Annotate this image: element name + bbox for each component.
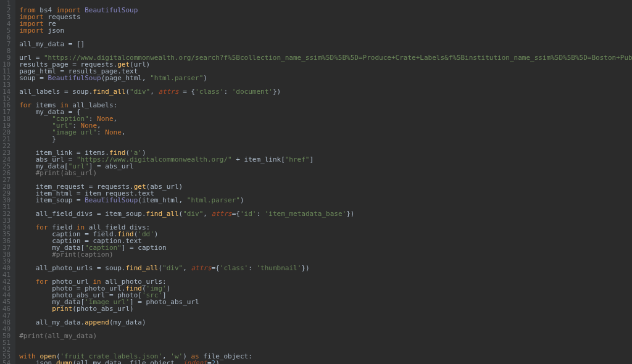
token-attrkw: indent <box>183 359 207 364</box>
token-id: ) <box>203 74 207 82</box>
code-line[interactable]: } <box>19 136 632 143</box>
token-id: (item_html, <box>138 196 186 204</box>
token-bsoup: BeautifulSoup <box>85 6 138 14</box>
code-line[interactable] <box>19 34 632 41</box>
token-fn: find_all <box>146 210 179 218</box>
code-line[interactable]: import json <box>19 27 632 34</box>
token-cmt: #print(caption) <box>52 250 113 259</box>
token-none: None <box>105 128 122 136</box>
code-line[interactable]: print(photo_abs_url) <box>19 305 632 312</box>
token-id: }) <box>301 264 309 272</box>
code-area[interactable]: from bs4 import BeautifulSoupimport requ… <box>15 0 632 364</box>
token-id: (all_my_data, file_object, <box>72 359 183 364</box>
code-line[interactable]: for items in all_labels: <box>19 102 632 109</box>
code-line[interactable]: all_field_divs = item_soup.find_all("div… <box>19 210 632 217</box>
token-id: ] <box>310 155 314 163</box>
code-line[interactable]: import re <box>19 20 632 27</box>
line-number: 54 <box>2 360 10 364</box>
token-id: ) <box>167 284 171 292</box>
token-id: , <box>203 210 211 218</box>
token-id: = <box>207 359 212 364</box>
token-str: "div" <box>130 88 150 96</box>
line-number-gutter: 1234567891011121314151617181920212223242… <box>0 0 15 364</box>
token-id: all_my_data = [] <box>19 40 85 48</box>
code-line[interactable]: all_labels = soup.find_all("div", attrs … <box>19 88 632 95</box>
token-id: ] = photo_abs_url <box>130 298 199 306</box>
token-id: , <box>150 88 158 96</box>
token-str: "div" <box>183 210 203 218</box>
token-id: ={ <box>232 210 240 218</box>
token-id: + item_link[ <box>232 155 285 163</box>
token-id: = { <box>179 88 196 96</box>
code-line[interactable]: all_photo_urls = soup.find_all("div", at… <box>19 265 632 271</box>
token-str: 'class' <box>220 264 248 272</box>
token-id: json. <box>36 359 56 364</box>
token-id: : <box>256 210 264 218</box>
token-id: (photo_abs_url) <box>72 305 133 313</box>
token-id: all_labels = soup. <box>19 88 93 96</box>
token-id: soup = <box>19 74 48 82</box>
code-line[interactable]: my_data["url"] = abs_url <box>19 163 632 170</box>
token-fn: find_all <box>125 264 158 272</box>
code-line[interactable] <box>19 326 632 333</box>
code-line[interactable]: #print(abs_url) <box>19 170 632 176</box>
token-bsoup: BeautifulSoup <box>48 74 101 82</box>
token-id: item_soup = <box>36 196 85 204</box>
code-line[interactable]: #print(all_my_data) <box>19 333 632 339</box>
token-cmt: #print(abs_url) <box>36 169 97 177</box>
token-id: ={ <box>212 264 220 272</box>
token-id: ) <box>154 230 159 238</box>
code-line[interactable] <box>19 339 632 346</box>
token-str: 'item_metadata_base' <box>265 210 346 218</box>
token-str: 'class' <box>195 88 223 96</box>
token-str: "href" <box>285 155 310 163</box>
token-id: }) <box>273 88 281 96</box>
token-id: , <box>114 115 118 123</box>
token-str: "div" <box>162 264 183 272</box>
code-line[interactable]: "image url": None, <box>19 129 632 136</box>
token-str: "html.parser" <box>187 196 240 204</box>
token-fn: print <box>52 305 72 313</box>
code-line[interactable]: json.dump(all_my_data, file_object, inde… <box>19 360 632 364</box>
code-line[interactable]: all_my_data = [] <box>19 41 632 48</box>
code-editor[interactable]: 1234567891011121314151617181920212223242… <box>0 0 632 364</box>
code-line[interactable]: all_my_data.append(my_data) <box>19 319 632 326</box>
token-id: : <box>223 88 231 96</box>
token-id: (page_html, <box>101 74 150 82</box>
token-attrkw: attrs <box>158 88 178 96</box>
code-line[interactable]: from bs4 import BeautifulSoup <box>19 7 632 14</box>
token-id: ) <box>240 196 244 204</box>
token-id: all_my_data. <box>36 318 85 326</box>
token-id: , <box>183 264 191 272</box>
token-id: : <box>248 264 256 272</box>
code-line[interactable]: import requests <box>19 14 632 20</box>
token-str: 'thumbnail' <box>256 264 301 272</box>
token-id: ) <box>215 359 220 364</box>
token-cmt: #print(all_my_data) <box>19 332 97 340</box>
token-attrkw: attrs <box>191 264 211 272</box>
token-str: 'document' <box>232 88 273 96</box>
code-line[interactable]: item_soup = BeautifulSoup(item_html, "ht… <box>19 197 632 204</box>
token-id: } <box>52 135 56 143</box>
token-id: , <box>122 128 126 136</box>
token-id: all_photo_urls = soup. <box>36 264 126 272</box>
token-id: (my_data) <box>109 318 146 326</box>
token-fn: append <box>85 318 109 326</box>
token-fn: dump <box>56 359 73 364</box>
token-id: ] = caption <box>122 244 167 252</box>
code-line[interactable]: "caption": None, <box>19 115 632 122</box>
token-id: }) <box>346 210 354 218</box>
token-id: json <box>44 27 64 35</box>
token-id: : <box>97 128 105 136</box>
token-str: "image url" <box>52 128 97 136</box>
code-line[interactable]: soup = BeautifulSoup(page_html, "html.pa… <box>19 75 632 81</box>
token-str: 'id' <box>240 210 257 218</box>
code-line[interactable]: #print(caption) <box>19 251 632 258</box>
token-bsoup: BeautifulSoup <box>85 196 138 204</box>
token-id: all_field_divs = item_soup. <box>36 210 146 218</box>
token-attrkw: attrs <box>212 210 232 218</box>
token-fn: find_all <box>93 88 125 96</box>
token-str: "html.parser" <box>150 74 203 82</box>
